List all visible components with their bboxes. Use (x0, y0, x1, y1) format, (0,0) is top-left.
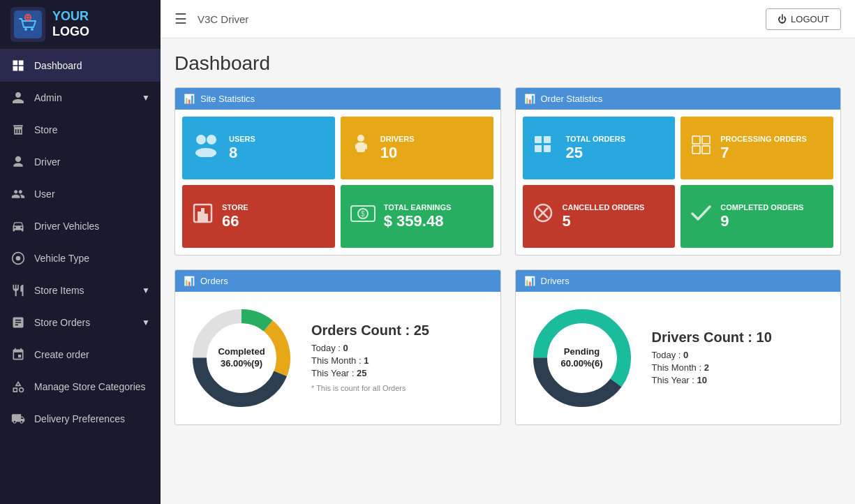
svg-text:$: $ (361, 210, 365, 218)
sidebar-item-store-items[interactable]: Store Items ▼ (0, 274, 161, 306)
drivers-count-title: Drivers Count : 10 (652, 329, 772, 346)
bar-chart-icon: 📊 (184, 94, 195, 104)
drivers-chart-body: Pending 60.00%(6) Drivers Count : 10 Tod… (516, 292, 841, 424)
svg-rect-14 (198, 212, 201, 222)
cancelled-orders-icon (531, 201, 556, 232)
earnings-tile-value: $ 359.48 (384, 212, 452, 230)
sidebar-item-user[interactable]: User (0, 178, 161, 210)
store-orders-chevron-icon: ▼ (142, 318, 150, 327)
order-statistics-title: Order Statistics (541, 94, 603, 104)
drivers-donut-label: Pending 60.00%(6) (561, 346, 603, 370)
earnings-tile-label: TOTAL EARNINGS (384, 202, 452, 212)
orders-donut-line1: Completed (218, 346, 265, 358)
drivers-tile-icon (349, 133, 373, 163)
car-icon (10, 218, 26, 234)
sidebar-item-driver[interactable]: Driver (0, 146, 161, 178)
drivers-tile[interactable]: DRIVERS 10 (341, 117, 493, 179)
total-orders-label: TOTAL ORDERS (566, 134, 626, 144)
orders-month-value: 1 (364, 355, 369, 366)
menu-icon[interactable]: ☰ (174, 10, 187, 27)
drivers-today: Today : 0 (652, 350, 772, 360)
store-orders-icon (10, 315, 26, 330)
svg-point-2 (31, 28, 34, 31)
sidebar-vehicle-type-label: Vehicle Type (34, 253, 150, 264)
cancelled-orders-value: 5 (563, 212, 645, 230)
chart-row: 📊 Orders (174, 269, 841, 425)
store-items-icon (10, 283, 26, 298)
total-orders-value: 25 (566, 144, 626, 162)
sidebar-manage-store-categories-label: Manage Store Categories (34, 381, 150, 392)
completed-orders-icon (689, 201, 713, 232)
users-tile[interactable]: USERS 8 (182, 117, 335, 179)
processing-orders-label: PROCESSING ORDERS (720, 134, 806, 144)
svg-rect-26 (692, 146, 700, 154)
sidebar-dashboard-label: Dashboard (34, 60, 150, 71)
site-statistics-card: 📊 Site Statistics (174, 87, 501, 255)
drivers-chart-title: Drivers (541, 276, 570, 286)
store-items-chevron-icon: ▼ (142, 286, 150, 295)
drivers-chart-card: 📊 Drivers Pending (515, 269, 842, 425)
orders-year-value: 25 (357, 368, 366, 378)
sidebar-item-driver-vehicles[interactable]: Driver Vehicles (0, 210, 161, 242)
earnings-tile[interactable]: $ TOTAL EARNINGS $ 359.48 (341, 185, 493, 248)
sidebar-item-create-order[interactable]: Create order (0, 339, 161, 371)
orders-donut-line2: 36.00%(9) (218, 358, 265, 370)
drivers-this-month: This Month : 2 (652, 362, 772, 373)
sidebar-item-delivery-preferences[interactable]: Delivery Preferences (0, 403, 161, 435)
total-orders-tile[interactable]: TOTAL ORDERS 25 (523, 117, 676, 179)
svg-point-9 (357, 135, 364, 142)
store-tile-label: STORE (222, 202, 248, 212)
completed-orders-value: 9 (720, 212, 803, 230)
orders-chart-card: 📊 Orders (174, 269, 501, 425)
delivery-icon (10, 411, 26, 427)
drivers-today-value: 0 (683, 350, 688, 360)
orders-chart-title: Orders (200, 276, 228, 286)
orders-today: Today : 0 (311, 343, 429, 353)
orders-this-month: This Month : 1 (311, 355, 429, 366)
svg-rect-23 (544, 145, 551, 152)
logo-icon (10, 7, 45, 42)
svg-point-1 (24, 28, 27, 31)
drivers-tile-label: DRIVERS (380, 134, 415, 144)
vehicle-type-icon (10, 251, 26, 266)
sidebar-item-admin[interactable]: Admin ▼ (0, 82, 161, 114)
sidebar-item-store[interactable]: Store (0, 114, 161, 146)
cancelled-orders-label: CANCELLED ORDERS (563, 202, 645, 212)
sidebar-item-store-orders[interactable]: Store Orders ▼ (0, 306, 161, 339)
store-icon (10, 122, 26, 138)
sidebar-item-vehicle-type[interactable]: Vehicle Type (0, 242, 161, 274)
cancelled-orders-info: CANCELLED ORDERS 5 (563, 202, 645, 230)
admin-icon (10, 90, 26, 105)
store-tile-icon (191, 201, 215, 232)
store-tile[interactable]: STORE 66 (182, 185, 335, 248)
header-left: ☰ V3C Driver (174, 10, 248, 27)
processing-orders-icon (689, 133, 713, 163)
svg-rect-25 (702, 136, 710, 144)
drivers-tile-info: DRIVERS 10 (380, 134, 415, 162)
total-orders-info: TOTAL ORDERS 25 (566, 134, 626, 162)
svg-rect-24 (692, 136, 700, 144)
drivers-this-year: This Year : 10 (652, 375, 772, 385)
earnings-tile-icon: $ (349, 201, 377, 232)
sidebar-create-order-label: Create order (34, 349, 150, 360)
orders-donut-chart: Completed 36.00%(9) (186, 302, 297, 414)
drivers-year-value: 10 (697, 375, 707, 385)
sidebar-user-label: User (34, 188, 150, 200)
completed-orders-tile[interactable]: COMPLETED ORDERS 9 (681, 185, 833, 248)
order-chart-icon: 📊 (524, 94, 535, 104)
sidebar-store-items-label: Store Items (34, 285, 133, 296)
power-icon: ⏻ (778, 14, 787, 24)
orders-this-year: This Year : 25 (311, 368, 429, 378)
sidebar-store-orders-label: Store Orders (34, 317, 133, 328)
sidebar-item-dashboard[interactable]: Dashboard (0, 50, 161, 82)
drivers-donut-chart: Pending 60.00%(6) (526, 302, 638, 414)
processing-orders-info: PROCESSING ORDERS 7 (720, 134, 806, 162)
processing-orders-value: 7 (720, 144, 806, 162)
sidebar-item-manage-store-categories[interactable]: Manage Store Categories (0, 371, 161, 403)
cancelled-orders-tile[interactable]: CANCELLED ORDERS 5 (523, 185, 676, 248)
processing-orders-tile[interactable]: PROCESSING ORDERS 7 (681, 117, 833, 179)
orders-chart-icon: 📊 (184, 276, 195, 286)
orders-chart-header: 📊 Orders (175, 270, 500, 292)
svg-point-7 (207, 135, 216, 144)
logout-button[interactable]: ⏻ LOGOUT (766, 8, 841, 30)
